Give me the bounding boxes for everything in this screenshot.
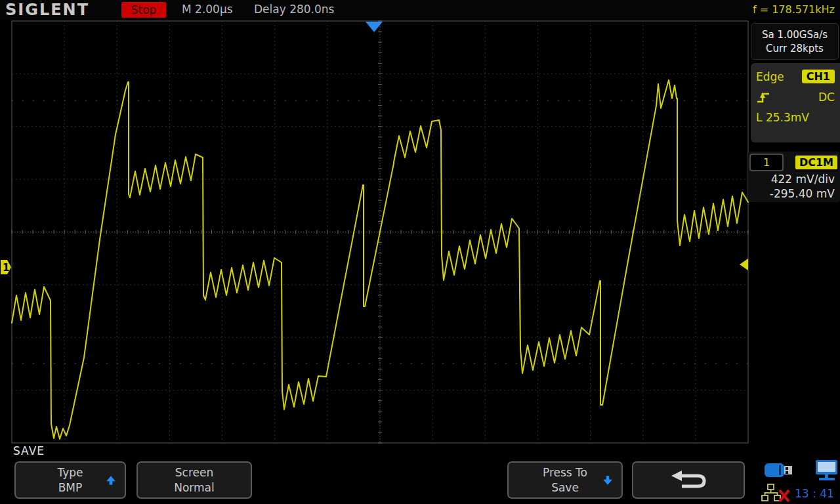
menu-button-type-value: BMP: [58, 480, 83, 495]
submenu-up-arrow-icon: [106, 475, 116, 486]
timebase-readout: M 2.00µs: [182, 3, 233, 16]
brand-logo: SIGLENT: [5, 1, 89, 19]
waveform-display: 1: [0, 0, 840, 504]
menu-button-type-label: Type: [57, 465, 83, 480]
channel-number-box[interactable]: 1: [749, 154, 784, 171]
svg-text:1: 1: [3, 262, 9, 274]
return-arrow-icon: [667, 469, 709, 492]
top-bar: SIGLENT Stop M 2.00µs Delay 280.0ns f = …: [0, 0, 840, 20]
channel-coupling-badge: DC1M: [795, 156, 837, 169]
channel1-info-panel[interactable]: 1 DC1M 422 mV/div -295.40 mV: [748, 152, 840, 202]
menu-button-type[interactable]: Type BMP: [14, 461, 126, 499]
acquisition-info-panel: Sa 1.00GSa/s Curr 28kpts: [751, 23, 839, 60]
menu-button-save-label: Press To: [543, 465, 587, 480]
menu-button-screen[interactable]: Screen Normal: [136, 461, 252, 499]
channel-offset-readout: -295.40 mV: [748, 187, 840, 200]
trigger-info-panel[interactable]: Edge CH1 DC L 25.3mV: [751, 63, 840, 142]
submenu-down-arrow-icon: [602, 475, 613, 486]
frequency-counter: f = 178.571kHz: [753, 3, 835, 16]
usb-device-icon: [763, 461, 795, 480]
memory-depth: Curr 28kpts: [751, 43, 838, 54]
menu-title: SAVE: [13, 444, 45, 457]
sample-rate: Sa 1.00GSa/s: [751, 29, 838, 41]
run-state-button[interactable]: Stop: [121, 2, 166, 18]
menu-button-save-value: Save: [551, 480, 579, 495]
lan-disconnected-icon: [761, 484, 791, 503]
clock: 13 : 41: [795, 487, 834, 500]
menu-button-screen-value: Normal: [174, 480, 215, 495]
trigger-type-label: Edge: [756, 70, 784, 83]
trigger-source-badge: CH1: [802, 70, 835, 83]
trigger-coupling-label: DC: [818, 91, 835, 104]
menu-button-screen-label: Screen: [175, 465, 213, 480]
ch1-offset-marker[interactable]: 1: [1, 260, 11, 274]
delay-readout: Delay 280.0ns: [254, 3, 334, 16]
channel-scale-readout: 422 mV/div: [748, 173, 840, 186]
menu-button-press-to-save[interactable]: Press To Save: [507, 461, 623, 499]
remote-display-icon: [815, 459, 839, 482]
menu-button-back[interactable]: [632, 461, 745, 499]
trigger-level-readout: L 25.3mV: [756, 111, 809, 124]
rising-edge-icon: [756, 90, 772, 104]
